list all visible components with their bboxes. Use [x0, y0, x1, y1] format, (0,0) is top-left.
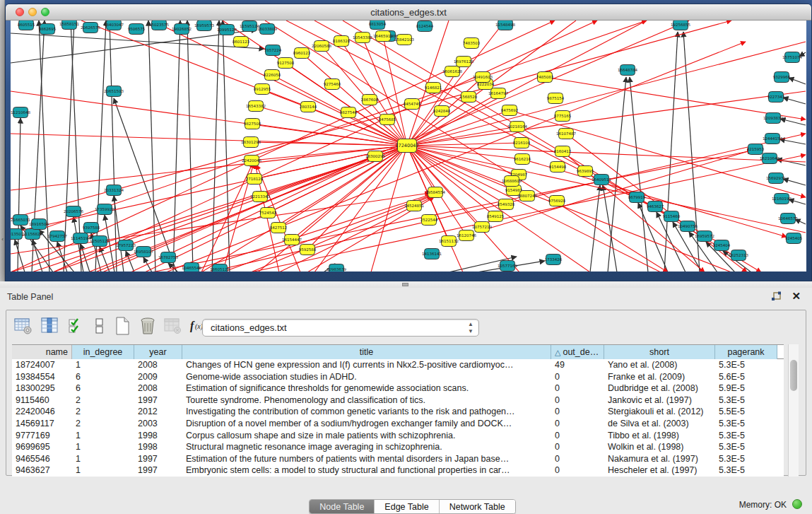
table-row[interactable]: 1456911722003Disruption of a novel membe… [12, 418, 784, 430]
table-row[interactable]: 969969511998Structural magnetic resonanc… [12, 441, 784, 453]
network-node[interactable]: 18605125 [210, 264, 230, 272]
network-node[interactable]: 16543382 [246, 101, 266, 112]
network-node[interactable]: 10995124 [217, 25, 237, 35]
network-canvas[interactable]: 3913501111568291794275711145194125051251… [11, 21, 806, 271]
network-node[interactable]: 9146821 [425, 83, 442, 93]
network-node[interactable]: 8475685 [379, 115, 396, 125]
network-node[interactable]: 10465546 [182, 263, 201, 272]
network-node[interactable]: 14136141 [422, 249, 442, 259]
column-header-year[interactable]: year [134, 345, 182, 359]
network-node[interactable]: 8813054 [369, 21, 387, 30]
network-node[interactable]: 11156829 [23, 229, 42, 240]
network-node[interactable]: 11210648 [11, 107, 30, 118]
network-node[interactable]: 19584554 [425, 187, 445, 198]
network-node[interactable]: 7483503 [463, 38, 481, 49]
network-node[interactable]: 8215953 [747, 144, 765, 155]
network-window-titlebar[interactable]: citations_edges.txt [6, 4, 811, 21]
network-node[interactable]: 11548498 [495, 21, 515, 30]
table-row[interactable]: 946554611997Estimation of the future num… [12, 453, 784, 465]
network-node[interactable]: 8186328 [333, 36, 351, 47]
network-node[interactable]: 9506575 [128, 24, 146, 35]
west-panel-divider[interactable]: ‹ [0, 0, 5, 281]
column-header-pagerank[interactable]: pagerank [715, 345, 777, 359]
network-node[interactable]: 8549328 [498, 199, 515, 210]
network-node[interactable]: 8912955 [254, 84, 271, 95]
network-window[interactable]: citations_edges.txt 39135011115682917942… [5, 4, 812, 281]
network-node[interactable]: 8124544 [416, 21, 434, 32]
network-node[interactable]: 10688609 [502, 176, 522, 187]
table-row[interactable]: 2242004622012Investigating the contribut… [12, 406, 784, 418]
close-panel-icon[interactable]: ✕ [792, 290, 801, 303]
column-header-name[interactable]: name [12, 345, 72, 359]
citation-network-graph[interactable]: 3913501111568291794275711145194125051251… [11, 21, 806, 271]
row-height-icon[interactable] [90, 316, 111, 337]
divider-grip[interactable] [402, 283, 408, 286]
network-node[interactable]: 16210643 [760, 153, 779, 164]
network-node[interactable]: 16782753 [158, 252, 178, 263]
network-node[interactable]: 10490756 [678, 221, 698, 232]
network-node[interactable]: 9245404 [713, 240, 731, 251]
network-node[interactable]: 9827508 [244, 119, 261, 129]
table-row[interactable]: 1830029562008Estimation of significance … [12, 382, 784, 395]
network-node[interactable]: 15692931 [766, 173, 786, 184]
delete-rows-icon[interactable] [138, 316, 159, 337]
network-node[interactable]: 8549125 [487, 211, 505, 222]
network-node[interactable]: 18807249 [517, 191, 537, 201]
table-selector-dropdown[interactable]: citations_edges.txt ▲▼ [202, 319, 479, 337]
network-node[interactable]: 16033809 [257, 24, 277, 35]
network-node[interactable]: 12444154 [763, 134, 782, 144]
network-node[interactable]: 8679919 [628, 192, 646, 203]
new-table-icon[interactable] [112, 316, 134, 337]
network-node[interactable]: 12505125 [90, 236, 110, 247]
network-node[interactable]: 16959573 [194, 21, 214, 31]
network-node[interactable]: 9245405 [785, 233, 803, 244]
column-header-out_de[interactable]: △out_de… [551, 345, 604, 359]
network-node[interactable]: 20206576 [64, 206, 83, 217]
network-node[interactable]: 18301298 [241, 137, 261, 148]
network-node[interactable]: 16151132 [439, 236, 459, 247]
network-node[interactable]: 9639895 [577, 166, 594, 177]
network-node[interactable]: 9756928 [548, 196, 566, 206]
network-node[interactable]: 9616216 [514, 154, 531, 165]
network-node[interactable]: 1733426 [545, 255, 563, 265]
select-all-icon[interactable] [67, 316, 88, 337]
network-node[interactable]: 16465910 [373, 31, 393, 42]
column-header-in_degree[interactable]: in_degree [72, 345, 134, 359]
network-node[interactable]: 9227343 [767, 92, 785, 103]
table-scrollbar[interactable] [788, 344, 799, 477]
table-scrollbar-thumb[interactable] [790, 360, 797, 391]
table-row[interactable]: 911546021997Tourette syndrome. Phenomeno… [12, 395, 784, 407]
network-node[interactable]: 22420046 [242, 156, 261, 166]
network-node[interactable]: 20331324 [104, 185, 124, 196]
network-node[interactable]: 10983639 [326, 264, 346, 272]
network-node[interactable]: 9397588 [83, 223, 100, 233]
network-node[interactable]: 8216104 [513, 138, 531, 148]
network-node[interactable]: 16648784 [618, 65, 637, 76]
network-node[interactable]: 9127508 [277, 58, 295, 69]
network-node[interactable]: 20651503 [104, 86, 124, 97]
network-node[interactable]: 7857224 [264, 45, 282, 56]
table-row[interactable]: 1872400712008Changes of HCN gene express… [12, 359, 784, 371]
network-node[interactable]: 2867608 [361, 95, 379, 105]
network-node[interactable]: 9275468 [324, 79, 341, 90]
network-node[interactable]: 12093832 [763, 113, 783, 124]
network-node[interactable]: 8960123 [293, 48, 311, 59]
network-node[interactable]: 3913501 [11, 229, 23, 240]
network-node[interactable]: 8605515 [18, 21, 35, 30]
network-node[interactable]: 9154498 [549, 162, 567, 173]
network-node[interactable]: 16107487 [556, 129, 576, 139]
network-node[interactable]: 9463627 [647, 201, 664, 212]
network-node[interactable]: 8775165 [554, 111, 572, 122]
network-node[interactable]: 21665031 [11, 215, 30, 226]
network-node[interactable]: 16409511 [592, 175, 611, 185]
split-pane-divider[interactable] [0, 281, 812, 288]
network-node[interactable]: 8601123 [233, 37, 250, 47]
network-node[interactable]: 8226058 [264, 70, 281, 81]
collapse-handle-icon[interactable]: ‹ [0, 236, 5, 243]
network-node[interactable]: 7485083 [536, 72, 554, 83]
network-node[interactable]: 18403047 [104, 21, 124, 30]
network-node[interactable]: 10646575 [778, 214, 798, 224]
network-node[interactable]: 10491603 [473, 72, 493, 83]
network-node[interactable]: 9242848 [433, 106, 451, 117]
network-node[interactable]: 12160193 [772, 194, 792, 204]
